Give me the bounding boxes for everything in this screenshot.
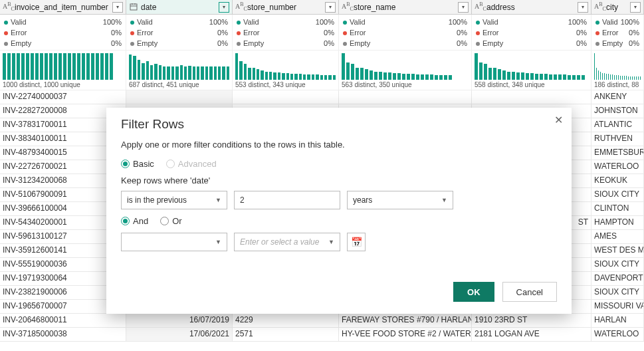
cancel-button[interactable]: Cancel [502, 282, 557, 302]
calendar-icon: 📅 [351, 237, 362, 247]
cell-city: RUTHVEN [591, 132, 644, 146]
radio-icon [166, 160, 175, 168]
close-icon[interactable]: ✕ [552, 113, 565, 126]
dialog-subtitle: Apply one or more filter conditions to t… [121, 140, 557, 150]
condition-select[interactable]: is in the previous▼ [121, 191, 227, 209]
cell-city: ATLANTIC [591, 118, 644, 132]
condition-select-2[interactable]: ▼ [121, 233, 227, 251]
column-filter-button[interactable]: ▾ [325, 2, 336, 13]
cell-date: 17/06/2021 [126, 328, 233, 341]
column-quality: Valid100% Error0% Empty0% [339, 15, 472, 50]
column-header[interactable]: date ▾ [126, 0, 233, 14]
cell-address: 2181 LOGAN AVE [472, 328, 591, 341]
column-filter-button[interactable]: ▾ [578, 2, 588, 13]
mode-radio-group: Basic Advanced [121, 159, 557, 169]
filter-rows-dialog: ✕ Filter Rows Apply one or more filter c… [106, 108, 572, 314]
column-distribution[interactable]: 1000 distinct, 1000 unique [0, 51, 126, 90]
cell-date: 16/07/2019 [126, 314, 233, 327]
chevron-down-icon: ▼ [328, 239, 334, 245]
keep-rows-label: Keep rows where 'date' [121, 176, 557, 185]
chevron-down-icon: ▼ [441, 197, 447, 203]
column-filter-button[interactable]: ▾ [458, 2, 469, 13]
cell-invoice: INV-22740000037 [0, 90, 126, 104]
advanced-radio[interactable]: Advanced [166, 159, 217, 169]
cell-city: AMES [591, 230, 644, 243]
cell-city: MISSOURI VALL [591, 300, 644, 313]
column-distribution[interactable]: 687 distinct, 451 unique [126, 51, 233, 90]
cell-city: HARLAN [591, 314, 644, 327]
column-quality-row: Valid100% Error0% Empty0% Valid100% Erro… [0, 15, 644, 51]
date-type-icon [129, 3, 138, 12]
cell-city: WATERLOO [591, 160, 644, 174]
radio-icon [160, 217, 169, 225]
column-name: invoice_and_item_number [15, 3, 112, 12]
cell-city: WEST DES MOI [591, 244, 644, 257]
cell-city: WATERLOO [591, 328, 644, 341]
column-distribution[interactable]: 558 distinct, 348 unique [472, 51, 591, 90]
cell-city: DAVENPORT [591, 272, 644, 285]
column-quality: Valid100% Error0% Empty0% [472, 15, 591, 50]
cell-store-name: FAREWAY STORES #790 / HARLAN [339, 314, 472, 327]
table-row[interactable]: INV-22740000037 ANKENY [0, 90, 644, 104]
advanced-label: Advanced [178, 159, 217, 169]
text-type-icon: ABC [342, 1, 351, 12]
column-name: store_name [354, 3, 458, 12]
column-name: city [606, 3, 630, 12]
column-header[interactable]: ABC store_name ▾ [339, 0, 472, 14]
column-filter-button[interactable]: ▾ [630, 2, 641, 13]
and-radio[interactable]: And [121, 216, 148, 226]
value-input-2[interactable]: Enter or select a value▼ [234, 233, 340, 251]
table-row[interactable]: INV-37185000038 17/06/2021 2571 HY-VEE F… [0, 328, 644, 342]
cell-store-number: 4229 [233, 314, 339, 327]
column-header[interactable]: ABC invoice_and_item_number ▾ [0, 0, 126, 14]
column-filter-button[interactable]: ▾ [112, 2, 123, 13]
column-header[interactable]: ABC city ▾ [591, 0, 644, 14]
text-type-icon: ABC [3, 1, 12, 12]
cell-invoice: INV-37185000038 [0, 328, 126, 341]
column-name: date [141, 3, 219, 12]
cell-city: SIOUX CITY [591, 188, 644, 201]
cell-city: EMMETSBURG [591, 146, 644, 160]
column-filter-button[interactable]: ▾ [219, 2, 229, 13]
cell-city: HAMPTON [591, 216, 644, 229]
cell-city: JOHNSTON [591, 104, 644, 118]
cell-invoice: INV-20646800011 [0, 314, 126, 327]
or-radio[interactable]: Or [160, 216, 181, 226]
column-distribution[interactable]: 563 distinct, 350 unique [339, 51, 472, 90]
column-header[interactable]: ABC store_number ▾ [233, 0, 339, 14]
column-quality: Valid100% Error0% Empty0% [591, 15, 644, 50]
filter-condition-2: ▼ Enter or select a value▼ 📅 [121, 233, 557, 251]
radio-icon [121, 160, 130, 168]
cell-city: KEOKUK [591, 174, 644, 187]
unit-select[interactable]: years▼ [347, 191, 453, 209]
column-quality: Valid100% Error0% Empty0% [233, 15, 339, 50]
basic-label: Basic [133, 159, 154, 169]
column-header-row: ABC invoice_and_item_number ▾ date ▾ ABC… [0, 0, 644, 15]
column-distribution-row: 1000 distinct, 1000 unique 687 distinct,… [0, 51, 644, 90]
column-name: address [486, 3, 578, 12]
cell-city: SIOUX CITY [591, 258, 644, 271]
cell-store-number [233, 90, 339, 104]
cell-date [126, 90, 233, 104]
value-input[interactable]: 2 [234, 191, 340, 209]
ok-button[interactable]: OK [453, 282, 494, 302]
radio-icon [121, 217, 130, 225]
calendar-button[interactable]: 📅 [347, 233, 366, 251]
column-quality: Valid100% Error0% Empty0% [0, 15, 126, 50]
cell-city: ANKENY [591, 90, 644, 104]
text-type-icon: ABC [475, 1, 484, 12]
dialog-title: Filter Rows [121, 117, 557, 132]
text-type-icon: ABC [235, 1, 245, 12]
logic-radio-group: And Or [121, 216, 557, 226]
chevron-down-icon: ▼ [215, 197, 221, 203]
column-distribution[interactable]: 553 distinct, 343 unique [233, 51, 339, 90]
text-type-icon: ABC [594, 1, 603, 12]
dialog-buttons: OK Cancel [453, 282, 557, 302]
column-distribution[interactable]: 186 distinct, 88 [591, 51, 644, 90]
cell-city: SIOUX CITY [591, 286, 644, 299]
table-row[interactable]: INV-20646800011 16/07/2019 4229 FAREWAY … [0, 314, 644, 328]
cell-address [472, 90, 591, 104]
basic-radio[interactable]: Basic [121, 159, 154, 169]
column-header[interactable]: ABC address ▾ [472, 0, 591, 14]
cell-store-name: HY-VEE FOOD STORE #2 / WATERLOO [339, 328, 472, 341]
